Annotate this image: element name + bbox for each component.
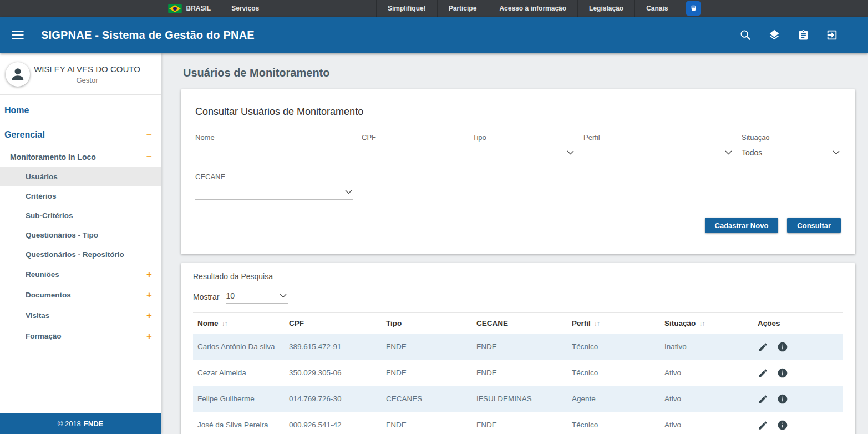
page-size-select[interactable]: 10: [226, 290, 288, 304]
results-title: Resultado da Pesquisa: [193, 272, 843, 281]
nome-input[interactable]: [195, 147, 353, 160]
gov-link-participe[interactable]: Participe: [437, 0, 488, 17]
sidebar-footer: © 2018 FNDE: [0, 413, 161, 434]
layers-icon[interactable]: [766, 27, 783, 43]
column-header-perfil[interactable]: Perfil↓↑: [567, 313, 660, 334]
perfil-field-wrapper: Perfil: [583, 133, 733, 160]
sort-icon[interactable]: ↓↑: [699, 320, 704, 327]
chevron-down-icon: [725, 150, 732, 155]
perfil-select[interactable]: [583, 147, 733, 160]
gov-link-legislacao[interactable]: Legislação: [577, 0, 634, 17]
sort-icon[interactable]: ↓↑: [594, 320, 600, 327]
search-icon[interactable]: [737, 27, 754, 43]
user-role: Gestor: [30, 76, 144, 84]
column-header-situacao[interactable]: Situação↓↑: [660, 313, 753, 334]
situacao-field-wrapper: Situação Todos: [742, 133, 841, 160]
cpf-label: CPF: [362, 133, 464, 142]
nome-label: Nome: [195, 133, 353, 142]
cecane-select[interactable]: [195, 186, 353, 200]
user-name: WISLEY ALVES DO COUTO: [30, 64, 144, 75]
perfil-label: Perfil: [583, 133, 733, 142]
info-icon[interactable]: [777, 393, 788, 405]
chevron-down-icon: [280, 294, 287, 298]
app-bar: SIGPNAE - Sistema de Gestão do PNAE: [0, 17, 868, 53]
table-row: Carlos Antônio Da silva 389.615.472-91 F…: [193, 334, 843, 360]
column-header-cpf: CPF: [285, 313, 382, 334]
column-header-acoes: Ações: [753, 313, 843, 334]
sidebar-item-monitoramento-in-loco[interactable]: Monitoramento In Loco −: [0, 147, 161, 167]
cadastrar-novo-button[interactable]: Cadastrar Novo: [705, 218, 779, 233]
collapse-icon[interactable]: −: [146, 152, 152, 162]
main-content: Usuários de Monitoramento Consultar Usuá…: [161, 53, 868, 434]
sidebar-item-reunioes[interactable]: Reuniões +: [0, 264, 161, 285]
sidebar-item-gerencial[interactable]: Gerencial −: [0, 123, 161, 147]
mostrar-label: Mostrar: [193, 292, 219, 301]
consult-card: Consultar Usuários de Monitoramento Nome…: [181, 89, 855, 254]
consult-card-title: Consultar Usuários de Monitoramento: [195, 106, 841, 118]
cpf-input[interactable]: [362, 147, 464, 160]
sidebar-item-formacao[interactable]: Formação +: [0, 326, 161, 346]
info-icon[interactable]: [777, 341, 788, 352]
expand-icon[interactable]: +: [146, 331, 152, 341]
edit-icon[interactable]: [758, 420, 768, 431]
collapse-icon[interactable]: −: [146, 130, 152, 140]
expand-icon[interactable]: +: [146, 311, 152, 320]
app-title: SIGPNAE - Sistema de Gestão do PNAE: [41, 29, 255, 42]
sidebar-item-documentos[interactable]: Documentos +: [0, 285, 161, 305]
consultar-button[interactable]: Consultar: [787, 218, 841, 233]
edit-icon[interactable]: [758, 368, 768, 379]
sidebar-item-criterios[interactable]: Critérios: [0, 186, 161, 206]
copyright-text: © 2018: [58, 420, 81, 428]
sidebar-item-questionarios-tipo[interactable]: Questionários - Tipo: [0, 225, 161, 245]
avatar: [6, 62, 30, 87]
info-icon[interactable]: [777, 367, 788, 379]
sort-icon[interactable]: ↓↑: [222, 320, 227, 327]
fnde-link[interactable]: FNDE: [84, 420, 103, 428]
column-header-nome[interactable]: Nome↓↑: [193, 313, 285, 334]
results-table: Nome↓↑ CPF Tipo CECANE Perfil↓↑ Situação…: [193, 312, 843, 434]
table-row: Felipe Guilherme 014.769.726-30 CECANES …: [193, 386, 843, 412]
column-header-cecane: CECANE: [472, 313, 567, 334]
logout-icon[interactable]: [824, 27, 840, 43]
gov-bar: BRASIL Serviços Simplifique! Participe A…: [0, 0, 868, 17]
table-row: José da Silva Pereira 000.926.541-42 FND…: [193, 412, 843, 434]
sidebar-item-usuarios[interactable]: Usuários: [0, 167, 161, 186]
cpf-field-wrapper: CPF: [362, 133, 464, 160]
gov-link-canais[interactable]: Canais: [634, 0, 679, 17]
sidebar-item-visitas[interactable]: Visitas +: [0, 305, 161, 326]
cecane-label: CECANE: [195, 173, 353, 181]
situacao-label: Situação: [742, 133, 841, 142]
chevron-down-icon: [833, 150, 840, 155]
gov-link-acesso-informacao[interactable]: Acesso à informação: [488, 0, 577, 17]
sidebar-item-questionarios-repositorio[interactable]: Questionários - Repositório: [0, 245, 161, 264]
gov-brand[interactable]: BRASIL: [168, 0, 221, 17]
assignment-icon[interactable]: [795, 27, 811, 43]
tipo-select[interactable]: [473, 147, 575, 160]
user-profile: WISLEY ALVES DO COUTO Gestor: [0, 53, 161, 95]
edit-icon[interactable]: [758, 394, 768, 405]
column-header-tipo: Tipo: [382, 313, 472, 334]
gov-link-simplifique[interactable]: Simplifique!: [376, 0, 437, 17]
sidebar-item-home[interactable]: Home: [0, 98, 161, 123]
nome-field-wrapper: Nome: [195, 133, 353, 160]
sidebar-nav: Home Gerencial − Monitoramento In Loco −…: [0, 95, 161, 413]
cecane-field-wrapper: CECANE: [195, 173, 353, 200]
sidebar-item-sub-criterios[interactable]: Sub-Critérios: [0, 206, 161, 225]
expand-icon[interactable]: +: [146, 270, 152, 279]
vlibras-icon[interactable]: [686, 1, 701, 16]
expand-icon[interactable]: +: [146, 290, 152, 300]
info-icon[interactable]: [777, 420, 788, 431]
tipo-field-wrapper: Tipo: [473, 133, 575, 160]
results-card: Resultado da Pesquisa Mostrar 10 Nome↓↑ …: [181, 263, 855, 434]
menu-icon[interactable]: [8, 25, 28, 45]
gov-brand-label: BRASIL: [186, 4, 211, 12]
table-row: Cezar Almeida 350.029.305-06 FNDE FNDE T…: [193, 360, 843, 386]
page-title: Usuários de Monitoramento: [183, 67, 855, 79]
situacao-select[interactable]: Todos: [742, 147, 841, 160]
chevron-down-icon: [345, 190, 352, 194]
chevron-down-icon: [567, 150, 574, 155]
tipo-label: Tipo: [473, 133, 575, 142]
brazil-flag-icon: [168, 4, 182, 13]
edit-icon[interactable]: [758, 342, 768, 352]
gov-link-servicos[interactable]: Serviços: [221, 0, 269, 17]
